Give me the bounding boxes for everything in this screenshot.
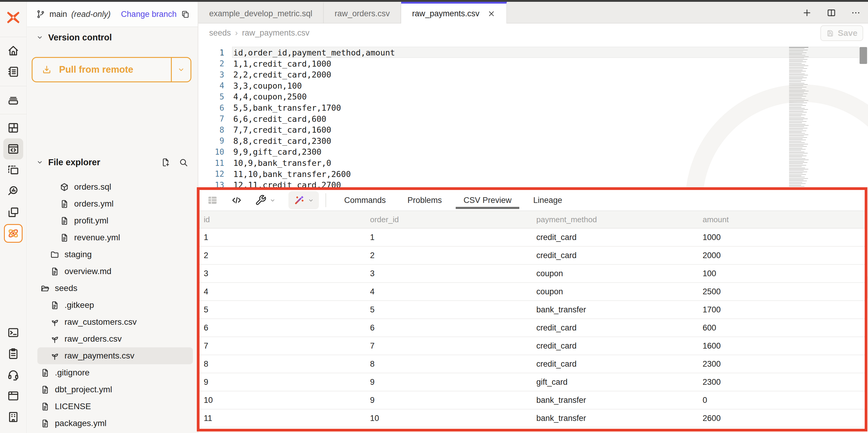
table-cell: 8	[366, 359, 532, 369]
code-line-2[interactable]: 21,1,credit_card,1000	[198, 58, 868, 69]
branch-header: main (read-only) Change branch	[27, 2, 198, 27]
rail-item-layout-grid[interactable]	[3, 117, 23, 138]
file-item-revenue.yml[interactable]: revenue.yml	[27, 229, 198, 246]
app-logo[interactable]	[0, 2, 27, 33]
panel-tab-Lineage[interactable]: Lineage	[522, 190, 573, 210]
table-cell: 7	[366, 341, 532, 351]
windows-icon	[7, 206, 20, 219]
doc-icon	[40, 368, 50, 377]
file-item-dbt_project.yml[interactable]: dbt_project.yml	[27, 381, 198, 398]
panel-tab-Commands[interactable]: Commands	[333, 190, 397, 210]
line-content: 7,7,credit_card,1600	[233, 125, 331, 135]
rail-item-home[interactable]	[3, 40, 23, 61]
panel-tool-wrench[interactable]	[255, 195, 276, 206]
file-item-packages.yml[interactable]: packages.yml	[27, 415, 198, 432]
file-item-label: raw_payments.csv	[64, 351, 134, 360]
rail-item-windows[interactable]	[3, 202, 23, 223]
rail-item-select-area[interactable]	[3, 160, 23, 181]
rail-item-building[interactable]	[3, 406, 23, 428]
notebook-icon	[7, 65, 20, 78]
branch-name: main	[50, 10, 67, 19]
csv-preview-table: idorder_idpayment_methodamount11credit_c…	[199, 211, 865, 428]
rail-divider	[0, 114, 27, 114]
file-item-orders.yml[interactable]: orders.yml	[27, 195, 198, 212]
file-item-label: dbt_project.yml	[55, 385, 112, 395]
code-line-1[interactable]: 1id,order_id,payment_method,amount	[198, 47, 868, 58]
new-file-icon[interactable]	[161, 158, 170, 167]
save-button[interactable]: Save	[820, 25, 863, 41]
file-item-label: seeds	[55, 284, 78, 293]
rail-item-code-editor[interactable]	[3, 138, 23, 160]
code-line-8[interactable]: 87,7,credit_card,1600	[198, 124, 868, 135]
file-item-seeds[interactable]: seeds	[27, 280, 198, 297]
chevron-down-icon	[270, 197, 276, 204]
code-line-9[interactable]: 98,8,credit_card,2300	[198, 135, 868, 147]
panel-tab-CSV Preview[interactable]: CSV Preview	[453, 190, 522, 210]
chevron-down-icon	[177, 66, 185, 74]
version-control-header[interactable]: Version control	[27, 28, 198, 47]
rail-item-clipboard[interactable]	[3, 343, 23, 364]
rail-item-inbox-stack[interactable]	[3, 89, 23, 110]
code-line-7[interactable]: 76,6,credit_card,600	[198, 113, 868, 124]
rail-item-headset[interactable]	[3, 364, 23, 385]
rail-item-atom[interactable]	[3, 223, 23, 244]
tab-example_develop_metric.sql[interactable]: example_develop_metric.sql	[198, 2, 324, 24]
file-item-staging[interactable]: staging	[27, 246, 198, 263]
tab-raw_orders.csv[interactable]: raw_orders.csv	[324, 2, 401, 24]
editor-scrollbar-thumb[interactable]	[860, 47, 867, 64]
code-line-12[interactable]: 1211,10,bank_transfer,2600	[198, 169, 868, 180]
table-cell: 2000	[698, 251, 865, 260]
code-line-5[interactable]: 54,4,coupon,2500	[198, 91, 868, 102]
panel-tool-code-tag[interactable]	[231, 195, 242, 206]
panel-tool-magic-wand[interactable]	[288, 191, 319, 209]
breadcrumb-item[interactable]: raw_payments.csv	[242, 28, 310, 38]
close-tab-icon[interactable]	[487, 10, 495, 18]
table-row-10: 109bank_transfer0	[199, 392, 865, 409]
new-tab-icon[interactable]	[802, 8, 812, 18]
pull-from-remote-main[interactable]: Pull from remote	[33, 58, 172, 81]
code-line-3[interactable]: 32,2,credit_card,2000	[198, 69, 868, 80]
file-item-profit.yml[interactable]: profit.yml	[27, 212, 198, 229]
file-item-.gitkeep[interactable]: .gitkeep	[27, 297, 198, 314]
rail-item-terminal[interactable]	[3, 322, 23, 343]
change-branch-link[interactable]: Change branch	[121, 10, 177, 19]
headset-icon	[7, 369, 20, 381]
panel-tool-table[interactable]	[207, 195, 218, 206]
pull-from-remote-button[interactable]: Pull from remote	[32, 57, 191, 82]
code-line-6[interactable]: 65,5,bank_transfer,1700	[198, 102, 868, 113]
window-top-edge	[0, 0, 868, 2]
rail-item-search-insights[interactable]	[3, 181, 23, 202]
atom-badge	[4, 224, 23, 243]
rail-item-notebook[interactable]	[3, 61, 23, 82]
file-item-LICENSE[interactable]: LICENSE	[27, 398, 198, 415]
split-editor-icon[interactable]	[827, 8, 836, 18]
more-options-icon[interactable]	[851, 8, 861, 18]
code-line-4[interactable]: 43,3,coupon,100	[198, 80, 868, 91]
table-cell: 2	[366, 251, 532, 260]
save-button-label: Save	[838, 28, 858, 38]
table-row-7: 77credit_card1600	[199, 337, 865, 355]
code-line-10[interactable]: 109,9,gift_card,2300	[198, 146, 868, 157]
breadcrumb-item[interactable]: seeds	[209, 28, 231, 38]
column-header-payment_method: payment_method	[532, 215, 699, 224]
search-files-icon[interactable]	[179, 158, 188, 167]
file-item-orders.sql[interactable]: orders.sql	[27, 178, 198, 195]
file-explorer-header[interactable]: File explorer	[27, 153, 198, 171]
editor-minimap[interactable]	[789, 47, 811, 190]
rail-item-browser[interactable]	[3, 385, 23, 406]
pull-options-dropdown[interactable]	[172, 58, 190, 81]
file-item-raw_payments.csv[interactable]: raw_payments.csv	[37, 347, 193, 364]
file-item-raw_orders.csv[interactable]: raw_orders.csv	[27, 330, 198, 347]
table-cell: 6	[199, 323, 366, 333]
file-item-.gitignore[interactable]: .gitignore	[27, 364, 198, 381]
file-item-raw_customers.csv[interactable]: raw_customers.csv	[27, 314, 198, 330]
doc-icon	[50, 300, 59, 310]
line-number: 10	[198, 147, 224, 156]
panel-tab-Problems[interactable]: Problems	[397, 190, 453, 210]
file-item-overview.md[interactable]: overview.md	[27, 263, 198, 280]
line-content: id,order_id,payment_method,amount	[233, 48, 395, 57]
table-cell: credit_card	[532, 323, 699, 333]
tab-raw_payments.csv[interactable]: raw_payments.csv	[401, 2, 507, 24]
code-line-11[interactable]: 1110,9,bank_transfer,0	[198, 157, 868, 169]
copy-branch-icon[interactable]	[181, 10, 190, 19]
